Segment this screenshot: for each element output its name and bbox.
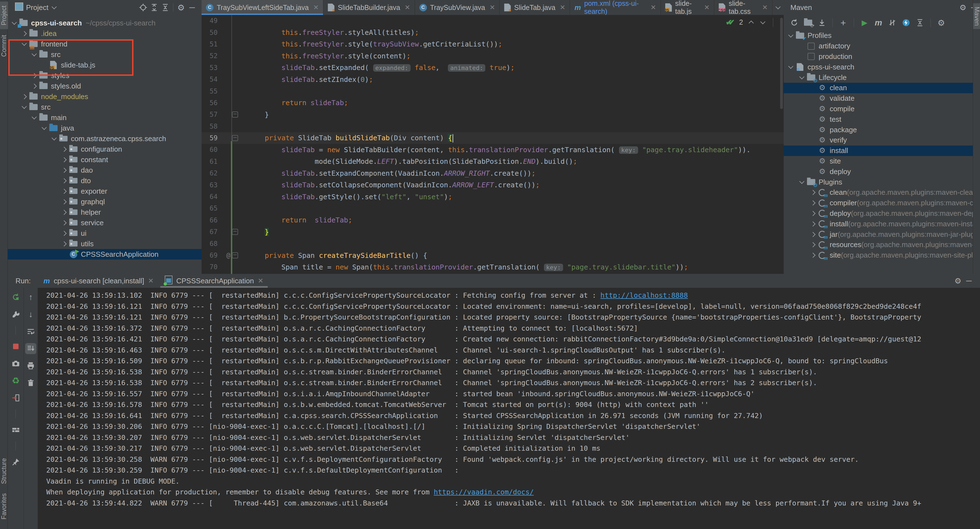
tree-item-site[interactable]: ⚙site xyxy=(784,156,973,167)
add-maven-project-button[interactable]: + xyxy=(838,17,849,28)
chevron-right-icon[interactable] xyxy=(810,253,815,257)
chevron-right-icon[interactable] xyxy=(62,147,67,152)
pin-button[interactable] xyxy=(10,456,21,467)
toolwindow-button-project[interactable]: Project xyxy=(0,2,8,29)
chevron-down-icon[interactable] xyxy=(41,125,46,130)
tree-item-helper[interactable]: helper xyxy=(8,207,202,218)
tree-item-service[interactable]: service xyxy=(8,218,202,228)
tree-item-compiler[interactable]: mcompiler (org.apache.maven.plugins:mave… xyxy=(784,198,973,208)
exit-button[interactable] xyxy=(10,392,21,404)
code-editor[interactable]: 4950 this.freeStyler.styleAll(titles);51… xyxy=(202,15,784,274)
maven-settings-button[interactable]: ⚙ xyxy=(936,17,947,28)
close-tab-icon[interactable]: ✕ xyxy=(762,3,768,11)
tree-item-clean[interactable]: mclean (org.apache.maven.plugins:maven-c… xyxy=(784,187,973,198)
tree-item-package[interactable]: ⚙package xyxy=(784,124,973,135)
print-button[interactable] xyxy=(25,360,36,371)
tree-item-lifecycle[interactable]: ⚙Lifecycle xyxy=(784,72,973,83)
prev-problem-icon[interactable] xyxy=(748,20,755,25)
profile-checkbox[interactable] xyxy=(808,43,815,50)
run-tab-cpss-ui-search-clean-install-[interactable]: mcpss-ui-search [clean,install]✕ xyxy=(38,274,159,288)
close-tab-icon[interactable]: ✕ xyxy=(560,3,565,11)
editor-tab-slide-tab-css[interactable]: CSSslide-tab.css✕ xyxy=(714,0,772,15)
editor-tab-pom-xml-cpss-ui-search-[interactable]: mpom.xml (cpss-ui-search)✕ xyxy=(570,0,661,15)
tree-item-main[interactable]: main xyxy=(8,112,202,123)
tree-item-production[interactable]: production xyxy=(784,51,973,62)
chevron-right-icon[interactable] xyxy=(22,31,27,36)
chevron-down-icon[interactable] xyxy=(12,20,17,25)
tree-item-cpss-ui-search[interactable]: cpss-ui-search~/cpss/cpss-ui-search xyxy=(8,18,202,28)
chevron-right-icon[interactable] xyxy=(62,210,67,215)
tree-item-artifactory[interactable]: artifactory xyxy=(784,41,973,51)
tree-item-ui[interactable]: ui xyxy=(8,228,202,238)
chevron-down-icon[interactable] xyxy=(22,104,27,109)
tree-item-deploy[interactable]: ⚙deploy xyxy=(784,166,973,177)
collapse-all-button[interactable] xyxy=(160,2,171,13)
download-sources-button[interactable] xyxy=(816,17,827,28)
chevron-right-icon[interactable] xyxy=(62,189,67,194)
offline-mode-button[interactable] xyxy=(900,17,912,28)
editor-tab-slidetab-java[interactable]: SlideTab.java✕ xyxy=(500,0,570,15)
close-tab-icon[interactable]: ✕ xyxy=(490,3,495,11)
editor-tab-traysubview-java[interactable]: CTraySubView.java✕ xyxy=(415,0,500,15)
chevron-right-icon[interactable] xyxy=(62,241,67,246)
chevron-down-icon[interactable] xyxy=(32,114,37,119)
skip-tests-button[interactable] xyxy=(887,17,898,28)
chevron-down-icon[interactable] xyxy=(788,64,793,69)
generate-sources-button[interactable]: ⟳ xyxy=(803,17,814,28)
fold-marker-icon[interactable] xyxy=(232,135,238,141)
close-run-tab-icon[interactable]: ✕ xyxy=(258,277,263,285)
close-run-tab-icon[interactable]: ✕ xyxy=(148,277,154,285)
chevron-down-icon[interactable] xyxy=(799,74,804,79)
tree-item-node-modules[interactable]: node_modules xyxy=(8,91,202,102)
editor-tab-slide-tab-js[interactable]: JSslide-tab.js✕ xyxy=(661,0,714,15)
collapse-all-button[interactable] xyxy=(915,17,926,28)
tree-item-install[interactable]: ⚙install xyxy=(784,146,973,156)
next-problem-icon[interactable] xyxy=(759,20,766,25)
maven-settings-icon[interactable]: ⚙ xyxy=(957,2,968,13)
editor-tab-slidetabbuilder-java[interactable]: SlideTabBuilder.java✕ xyxy=(323,0,415,15)
up-stack-button[interactable]: ↑ xyxy=(25,292,36,303)
clear-all-button[interactable] xyxy=(25,377,36,388)
tree-item-constant[interactable]: constant xyxy=(8,154,202,165)
chevron-right-icon[interactable] xyxy=(62,220,67,225)
chevron-right-icon[interactable] xyxy=(62,231,67,236)
close-tab-icon[interactable]: ✕ xyxy=(651,3,656,11)
tree-item-validate[interactable]: ⚙validate xyxy=(784,93,973,104)
chevron-right-icon[interactable] xyxy=(62,157,67,162)
project-view-dropdown-icon[interactable] xyxy=(51,4,56,9)
tree-item-install[interactable]: minstall (org.apache.maven.plugins:maven… xyxy=(784,219,973,229)
layout-button[interactable] xyxy=(10,424,21,435)
tree-item-exporter[interactable]: exporter xyxy=(8,186,202,197)
run-goal-button[interactable]: ▶ xyxy=(859,17,870,28)
chevron-down-icon[interactable] xyxy=(788,32,793,37)
fold-marker-icon[interactable] xyxy=(232,229,238,235)
fold-marker-icon[interactable] xyxy=(232,252,238,258)
reimport-button[interactable] xyxy=(789,17,800,28)
hidden-tabs-dropdown-icon[interactable] xyxy=(772,0,784,15)
chevron-right-icon[interactable] xyxy=(810,211,815,216)
tree-item-clean[interactable]: ⚙clean xyxy=(784,83,973,93)
chevron-right-icon[interactable] xyxy=(810,200,815,205)
chevron-right-icon[interactable] xyxy=(62,168,67,173)
tree-item-compile[interactable]: ⚙compile xyxy=(784,104,973,114)
edit-configuration-button[interactable] xyxy=(10,309,21,320)
chevron-down-icon[interactable] xyxy=(799,179,804,184)
execute-goal-button[interactable]: m xyxy=(873,17,884,28)
hide-button[interactable]: ─ xyxy=(186,2,198,13)
chevron-right-icon[interactable] xyxy=(22,94,27,99)
rerun-button[interactable] xyxy=(10,292,21,303)
tree-item-plugins[interactable]: ⚙Plugins xyxy=(784,177,973,187)
down-stack-button[interactable]: ↓ xyxy=(25,309,36,320)
tree-item-cpss-ui-search[interactable]: mcpss-ui-search xyxy=(784,62,973,72)
run-tab-cpsssearchapplication[interactable]: CPSSSearchApplication✕ xyxy=(159,274,269,288)
run-settings-icon[interactable]: ⚙ xyxy=(952,275,963,286)
tree-item-graphql[interactable]: graphql xyxy=(8,197,202,207)
tree-item-java[interactable]: java xyxy=(8,123,202,133)
tree-item-resources[interactable]: mresources (org.apache.maven.plugins:mav… xyxy=(784,240,973,250)
tree-item-configuration[interactable]: configuration xyxy=(8,144,202,154)
editor-tab-traysubviewleftsidetab-java[interactable]: CTraySubViewLeftSideTab.java✕ xyxy=(202,0,323,15)
fold-marker-icon[interactable] xyxy=(232,111,238,118)
inspections-widget[interactable]: ✔✔ 2 xyxy=(725,18,775,27)
tree-item-styles-old[interactable]: styles.old xyxy=(8,81,202,91)
toolwindow-button-maven[interactable]: Maven xyxy=(973,3,980,29)
